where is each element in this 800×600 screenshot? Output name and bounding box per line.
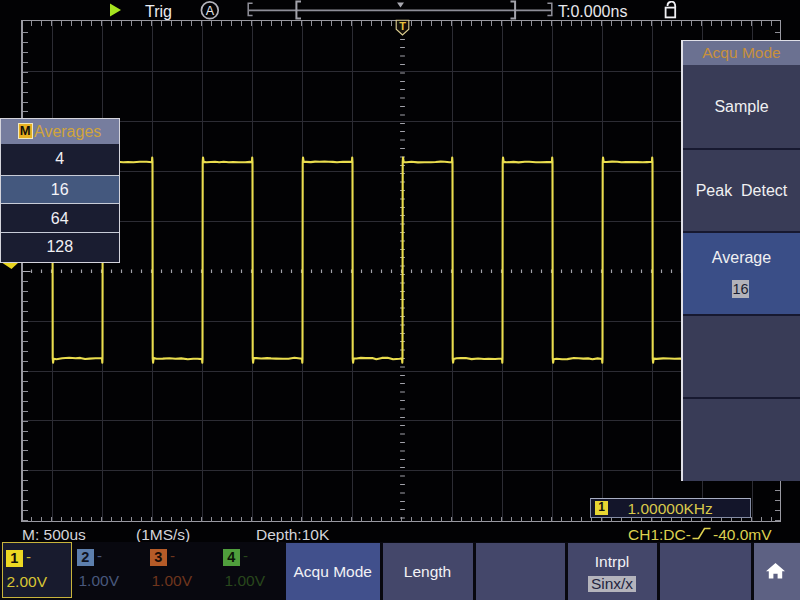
svg-text:A: A [206, 4, 215, 18]
svg-text:T: T [399, 20, 406, 32]
